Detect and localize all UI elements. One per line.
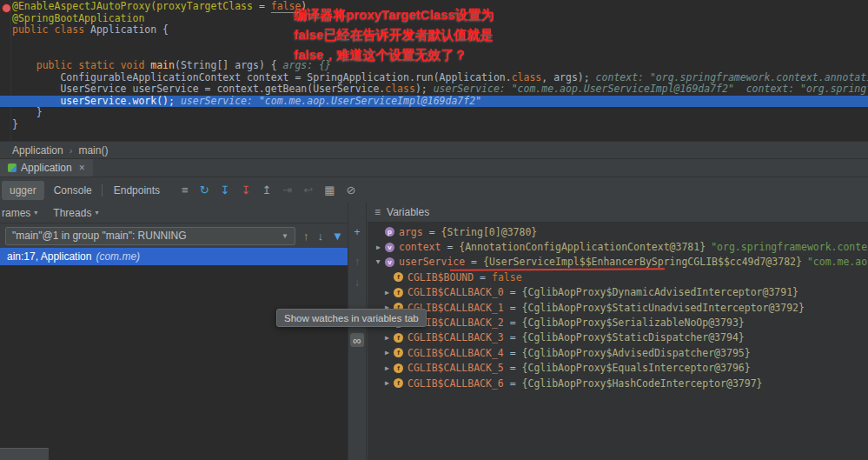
chevron-down-icon: ▼ — [282, 232, 288, 240]
variable-icon: v — [385, 257, 394, 267]
variable-row[interactable]: ▶fCGLIB$CALLBACK_4 = {CglibAopProxy$Advi… — [368, 345, 868, 360]
move-watch-down-icon[interactable]: ↓ — [350, 276, 364, 290]
variable-name: CGLIB$CALLBACK_3 — [407, 331, 504, 343]
code-token: Application { — [90, 24, 169, 36]
variable-row[interactable]: ▶vcontext = {AnnotationConfigApplication… — [368, 239, 868, 254]
annotation-line: false，难道这个设置无效了？ — [294, 44, 494, 64]
field-icon: f — [394, 333, 403, 343]
horizontal-scrollbar-thumb[interactable] — [0, 448, 49, 460]
variable-name: context — [399, 241, 441, 253]
frames-panel: rames ▾ Threads ▾ "main"@1 in group "mai… — [0, 203, 348, 460]
add-watch-icon[interactable]: + — [350, 225, 364, 239]
variable-row[interactable]: pargs = {String[0]@3780} — [368, 224, 868, 239]
tree-toggle-icon[interactable]: ▶ — [381, 379, 393, 387]
code-token: context: "org.springframework.context.an… — [596, 72, 868, 83]
variable-row[interactable]: ▶fCGLIB$CALLBACK_3 = {CglibAopProxy$Stat… — [368, 330, 868, 345]
variable-name: args — [399, 226, 423, 238]
variable-value: {String[0]@3780} — [441, 226, 537, 238]
rerun-icon[interactable]: ↻ — [200, 184, 209, 196]
variable-icon: v — [385, 243, 394, 252]
equals-sign: = — [504, 362, 522, 374]
variables-title: Variables — [387, 206, 429, 218]
run-configuration-icon — [8, 163, 17, 172]
stack-frame-row[interactable]: ain:17, Application (com.me) — [0, 248, 348, 265]
variable-value: {CglibAopProxy$StaticDispatcher@3794} — [522, 331, 745, 343]
thread-selector-value: "main"@1 in group "main": RUNNING — [12, 230, 187, 242]
equals-sign: = — [504, 331, 522, 343]
variable-row[interactable]: ▶fCGLIB$CALLBACK_0 = {CglibAopProxy$Dyna… — [368, 285, 868, 300]
mute-breakpoints-icon[interactable]: ⊘ — [346, 184, 355, 196]
tab-divider — [102, 184, 103, 197]
code-token: userService.work(); — [12, 96, 181, 107]
equals-sign: = — [504, 302, 522, 314]
parameter-icon: p — [385, 227, 394, 237]
variables-list[interactable]: pargs = {String[0]@3780}▶vcontext = {Ann… — [368, 222, 868, 460]
tree-toggle-icon[interactable]: ▶ — [381, 289, 393, 297]
variable-value: false — [492, 271, 522, 283]
code-token: , args); — [541, 72, 595, 83]
code-token: @EnableAspectJAutoProxy( — [12, 1, 156, 12]
tree-toggle-icon[interactable]: ▶ — [381, 349, 393, 357]
move-watch-up-icon[interactable]: ↑ — [350, 255, 364, 269]
filter-icon[interactable]: ▼ — [332, 230, 343, 243]
step-out-icon[interactable]: ↥ — [262, 184, 271, 196]
code-token: class — [385, 83, 415, 95]
tree-toggle-icon[interactable]: ▶ — [381, 364, 393, 372]
code-token: public class — [12, 24, 90, 36]
red-annotation-text: 编译器将proxyTargetClass设置为 false已经在告诉开发者默认值… — [294, 4, 494, 64]
code-editor[interactable]: @EnableAspectJAutoProxy(proxyTargetClass… — [0, 0, 868, 141]
variable-value: {CglibAopProxy$HashCodeInterceptor@3797} — [522, 377, 763, 390]
variable-value: {AnnotationConfigApplicationContext@3781… — [459, 241, 706, 253]
settings-menu-icon[interactable]: ≡ — [182, 184, 189, 196]
equals-sign: = — [504, 317, 522, 329]
tree-toggle-icon[interactable]: ▶ — [374, 257, 382, 268]
breadcrumb-item-application[interactable]: Application — [12, 144, 63, 157]
tab-debugger[interactable]: ugger — [2, 181, 44, 200]
field-icon: f — [394, 288, 403, 297]
code-line: ConfigurableApplicationContext context =… — [0, 72, 868, 84]
variable-value: {CglibAopProxy$EqualsInterceptor@3796} — [522, 362, 751, 374]
code-token: proxyTargetClass — [156, 1, 253, 12]
tab-console[interactable]: Console — [46, 181, 100, 200]
thread-selector[interactable]: "main"@1 in group "main": RUNNING ▼ — [5, 227, 295, 245]
stack-frame-list[interactable]: ain:17, Application (com.me) — [0, 248, 348, 460]
debugger-toolbar: ugger Console Endpoints ≡↻↧↧↥⇥↩▦⊘ — [0, 177, 868, 203]
tab-application[interactable]: Application × — [0, 159, 93, 177]
variable-name: CGLIB$BOUND — [407, 271, 474, 283]
annotation-line: 编译器将proxyTargetClass设置为 — [294, 4, 494, 24]
tree-toggle-icon[interactable]: ▶ — [373, 243, 384, 251]
run-to-cursor-icon[interactable]: ⇥ — [282, 184, 292, 196]
field-icon: f — [394, 348, 403, 357]
code-token: } — [12, 107, 43, 118]
tooltip: Show watches in variables tab — [276, 309, 427, 327]
variable-row[interactable]: fCGLIB$BOUND = false — [368, 270, 868, 284]
code-token: public static void — [36, 60, 151, 71]
variable-row[interactable]: ▶fCGLIB$CALLBACK_5 = {CglibAopProxy$Equa… — [368, 361, 868, 376]
tab-threads[interactable]: Threads ▾ — [53, 207, 98, 219]
code-line: UserService userService = context.getBea… — [0, 83, 868, 96]
force-step-into-icon[interactable]: ↧ — [242, 184, 251, 196]
variable-string-value: "org.springframework.context.annotat — [711, 241, 868, 253]
show-watches-icon[interactable]: ∞ — [350, 333, 364, 347]
breadcrumb-item-main[interactable]: main() — [78, 144, 108, 157]
code-token: userService: "com.me.aop.UserServiceImpl… — [434, 83, 868, 95]
tree-toggle-icon[interactable]: ▶ — [381, 334, 393, 342]
view-breakpoints-icon[interactable]: ▦ — [324, 184, 335, 196]
tab-endpoints[interactable]: Endpoints — [106, 181, 168, 200]
variable-value: {CglibAopProxy$SerializableNoOp@3793} — [522, 317, 745, 329]
arrow-down-icon[interactable]: ↓ — [318, 230, 324, 243]
variable-row[interactable]: ▶fCGLIB$CALLBACK_6 = {CglibAopProxy$Hash… — [368, 376, 868, 390]
close-icon[interactable]: × — [79, 162, 85, 174]
tab-frames[interactable]: rames ▾ — [2, 207, 37, 219]
code-token: main — [150, 60, 175, 71]
code-token: class — [512, 72, 542, 83]
arrow-up-icon[interactable]: ↑ — [303, 230, 309, 243]
code-token: (String[] args) { — [175, 60, 283, 71]
step-over-icon[interactable]: ↧ — [221, 184, 230, 196]
drop-frame-icon[interactable]: ↩ — [303, 184, 313, 196]
menu-icon[interactable]: ≡ — [374, 206, 381, 218]
variable-row[interactable]: ▶fCGLIB$CALLBACK_1 = {CglibAopProxy$Stat… — [368, 300, 868, 315]
tab-label: Application — [21, 162, 72, 174]
variable-row[interactable]: ▶fCGLIB$CALLBACK_2 = {CglibAopProxy$Seri… — [368, 315, 868, 330]
chevron-down-icon: ▾ — [95, 209, 98, 217]
